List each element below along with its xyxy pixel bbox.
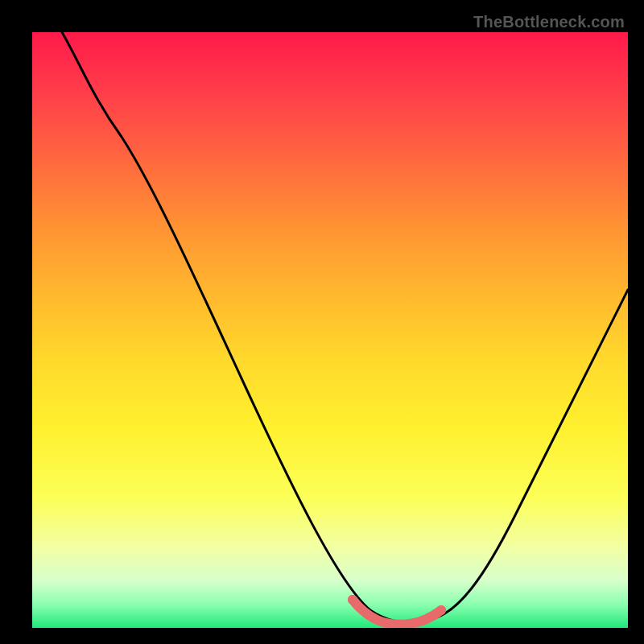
chart-frame: TheBottleneck.com — [8, 8, 636, 636]
highlight-dot-left — [348, 595, 357, 605]
curve-layer — [32, 32, 628, 628]
watermark-text: TheBottleneck.com — [473, 13, 625, 31]
bottleneck-curve-line — [62, 32, 628, 622]
valley-highlight — [353, 600, 441, 625]
highlight-dot-right — [436, 605, 446, 615]
plot-area — [32, 32, 628, 628]
